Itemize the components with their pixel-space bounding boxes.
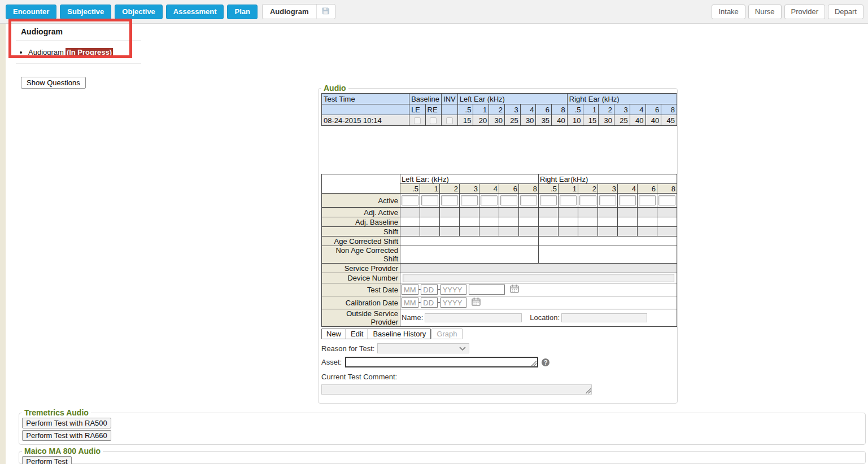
baseline-history-button[interactable]: Baseline History <box>368 329 431 339</box>
shift-value-cell <box>539 237 677 246</box>
outside-provider-name-input[interactable] <box>425 313 522 322</box>
calibration-date-month-input[interactable]: MM <box>402 297 418 308</box>
baseline-re-checkbox[interactable] <box>430 117 437 124</box>
show-questions-button[interactable]: Show Questions <box>21 77 86 89</box>
name-label: Name: <box>402 313 423 322</box>
value-cell <box>598 227 618 237</box>
value-cell <box>479 227 499 237</box>
threshold-value-cell: 40 <box>630 115 645 126</box>
asset-input[interactable] <box>345 357 538 367</box>
device-number-input[interactable] <box>403 274 674 282</box>
threshold-input[interactable] <box>658 195 675 205</box>
perform-test-with-ra500-button[interactable]: Perform Test with RA500 <box>22 418 111 428</box>
audiogram-tab-label: Audiogram <box>263 7 316 16</box>
new-button[interactable]: New <box>321 329 346 339</box>
threshold-input-cell <box>420 194 440 208</box>
detail-freq-header: 8 <box>519 184 539 194</box>
threshold-input[interactable] <box>402 195 418 205</box>
inv-checkbox[interactable] <box>446 117 453 124</box>
results-col-baseline: Baseline <box>409 94 442 104</box>
audio-legend: Audio <box>321 84 348 93</box>
threshold-value-cell: 20 <box>473 115 489 126</box>
value-cell <box>440 208 460 217</box>
perform-test-button[interactable]: Perform Test <box>22 456 72 464</box>
threshold-input[interactable] <box>500 195 517 205</box>
main-content: Audiogram Audiogram(In Progress) Show Qu… <box>6 24 868 464</box>
nav-button-assessment[interactable]: Assessment <box>166 5 224 19</box>
threshold-input-cell <box>598 194 618 208</box>
value-cell <box>638 227 657 237</box>
baseline-le-checkbox[interactable] <box>414 117 421 124</box>
threshold-value-cell: 15 <box>583 115 599 126</box>
calendar-icon[interactable] <box>472 297 481 308</box>
role-button-nurse[interactable]: Nurse <box>748 5 782 19</box>
test-date-extra-input[interactable] <box>469 284 505 295</box>
detail-corner-blank <box>322 174 400 194</box>
nav-button-encounter[interactable]: Encounter <box>6 5 56 19</box>
threshold-input-cell <box>559 194 578 208</box>
baseline-le-checkbox-cell <box>409 115 425 126</box>
nav-button-objective[interactable]: Objective <box>115 5 163 19</box>
threshold-input[interactable] <box>481 195 498 205</box>
perform-test-with-ra660-button[interactable]: Perform Test with RA660 <box>22 430 111 441</box>
threshold-value-cell: 45 <box>661 115 677 126</box>
detail-row-non-age-corrected-shift: Non Age Corrected Shift <box>322 246 677 264</box>
help-icon[interactable]: ? <box>542 358 549 366</box>
test-date-month-input[interactable]: MM <box>402 284 418 295</box>
detail-freq-header: 4 <box>618 184 638 194</box>
nav-button-plan[interactable]: Plan <box>227 5 257 19</box>
maico-fieldset: Maico MA 800 Audio Perform Test <box>19 447 866 464</box>
value-cell <box>519 208 539 217</box>
save-button[interactable] <box>317 5 335 19</box>
test-date-year-input[interactable]: YYYY <box>440 284 466 295</box>
value-cell <box>440 217 460 227</box>
detail-freq-header: 8 <box>657 184 677 194</box>
progress-list-item[interactable]: Audiogram(In Progress) <box>28 48 868 56</box>
calibration-date-day-input[interactable]: DD <box>421 297 438 308</box>
threshold-input[interactable] <box>461 195 478 205</box>
detail-row-service-provider: Service Provider <box>322 264 677 273</box>
results-freq-header: 8 <box>552 104 568 115</box>
row-label-adj-active: Adj. Active <box>322 208 400 217</box>
outside-provider-location-input[interactable] <box>561 313 647 322</box>
row-label-service-provider: Service Provider <box>322 264 400 273</box>
threshold-input[interactable] <box>639 195 656 205</box>
calibration-date-year-input[interactable]: YYYY <box>440 297 466 308</box>
audiogram-tab[interactable]: Audiogram <box>262 4 335 19</box>
threshold-input[interactable] <box>579 195 596 205</box>
threshold-input[interactable] <box>619 195 636 205</box>
results-subhdr-blank <box>322 104 409 115</box>
value-cell <box>638 217 657 227</box>
threshold-input[interactable] <box>441 195 458 205</box>
threshold-input[interactable] <box>540 195 557 205</box>
value-cell <box>519 227 539 237</box>
edit-button[interactable]: Edit <box>346 329 368 339</box>
role-button-depart[interactable]: Depart <box>828 5 863 19</box>
current-test-comment-textarea[interactable] <box>321 384 592 395</box>
value-cell <box>539 227 559 237</box>
results-col-left-ear: Left Ear (kHz) <box>457 94 567 104</box>
detail-row-adj-active: Adj. Active <box>322 208 677 217</box>
floppy-disk-icon <box>321 7 330 17</box>
value-cell <box>559 227 578 237</box>
outside-service-provider-cell: Name:Location: <box>400 309 677 327</box>
reason-for-test-select[interactable] <box>377 343 469 353</box>
calendar-icon[interactable] <box>510 284 519 295</box>
threshold-input[interactable] <box>560 195 577 205</box>
results-freq-header: 1 <box>473 104 489 115</box>
value-cell <box>460 217 479 227</box>
threshold-input[interactable] <box>421 195 438 205</box>
threshold-input-cell <box>400 194 420 208</box>
value-cell <box>559 217 578 227</box>
status-badge: (In Progress) <box>66 48 113 56</box>
audio-action-buttons: NewEditBaseline HistoryGraph <box>321 329 677 339</box>
nav-button-subjective[interactable]: Subjective <box>60 5 111 19</box>
row-label-adj-baseline: Adj. Baseline <box>322 217 400 227</box>
test-date-day-input[interactable]: DD <box>421 284 438 295</box>
threshold-input-cell <box>460 194 479 208</box>
value-cell <box>657 217 677 227</box>
threshold-input[interactable] <box>599 195 616 205</box>
role-button-intake[interactable]: Intake <box>712 5 745 19</box>
threshold-input[interactable] <box>520 195 537 205</box>
role-button-provider[interactable]: Provider <box>784 5 825 19</box>
